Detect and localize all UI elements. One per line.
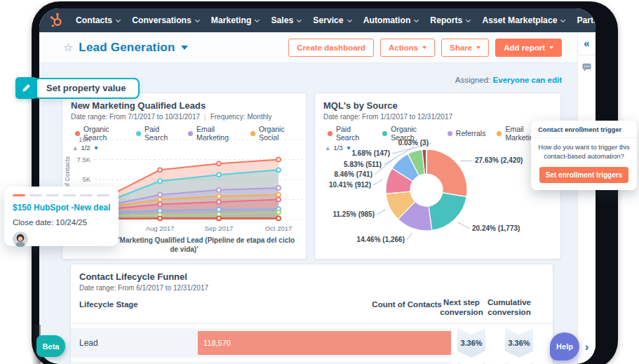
- actions-chevron-icon: [422, 46, 426, 49]
- add-report-label: Add report: [504, 43, 545, 52]
- nav-menu: ContactsConversationsMarketingSalesServi…: [76, 15, 596, 25]
- add-report-chevron-icon: [549, 46, 553, 49]
- beta-badge: Beta: [36, 335, 65, 357]
- strip-divider: [578, 55, 596, 55]
- legend-dot-icon: [136, 131, 141, 136]
- report-date-range: Date range: From 6/1/2017 to 12/31/2017: [71, 282, 553, 292]
- report-date-range: Date range: From 1/1/2017 to 12/31/2017: [315, 111, 560, 121]
- popup-body-text: How do you want to trigger this contact-…: [531, 138, 637, 161]
- stage-dash: [80, 194, 93, 196]
- deal-stage-progress: [13, 194, 110, 196]
- stage-label: Lead: [71, 338, 98, 348]
- comments-icon[interactable]: [581, 62, 592, 72]
- nav-chevron-down-icon: [297, 18, 302, 22]
- dashboard-header: ☆ Lead Generation Create dashboard Actio…: [39, 32, 577, 63]
- date-range-text: Date range: From 6/1/2017 to 12/31/2017: [79, 284, 208, 292]
- stage-dash: [63, 194, 76, 196]
- assigned-permission-link[interactable]: Everyone can edit: [493, 76, 562, 84]
- nav-item-service[interactable]: Service: [313, 15, 351, 25]
- actions-button[interactable]: Actions: [380, 39, 435, 57]
- assigned-row: Assigned: Everyone can edit: [455, 76, 562, 84]
- nav-item-conversations[interactable]: Conversations: [132, 15, 199, 25]
- nav-chevron-down-icon: [195, 18, 200, 22]
- report-card-lifecycle-funnel: Contact Lifecycle Funnel Date range: Fro…: [70, 264, 553, 364]
- column-count-of-contacts: Count of Contacts: [344, 297, 442, 309]
- help-button[interactable]: Help: [550, 332, 579, 360]
- svg-text:27.63% (2,420): 27.63% (2,420): [475, 156, 523, 164]
- svg-text:5K: 5K: [82, 175, 90, 183]
- nav-item-sales[interactable]: Sales: [271, 15, 301, 25]
- dashboard-title-chevron-icon[interactable]: [181, 46, 188, 50]
- legend-dot-icon: [188, 131, 193, 136]
- legend-dot-icon: [75, 131, 80, 136]
- svg-text:0.03% (3): 0.03% (3): [398, 139, 429, 147]
- share-label: Share: [450, 43, 472, 52]
- top-nav: ContactsConversationsMarketingSalesServi…: [39, 8, 596, 32]
- report-title: MQL's by Source: [315, 93, 560, 111]
- create-dashboard-button[interactable]: Create dashboard: [288, 39, 374, 57]
- deal-tooltip-card[interactable]: $150 HubSpot -New deal Close date: 10/24…: [4, 187, 119, 246]
- column-lifecycle-stage: Lifecycle Stage: [71, 297, 344, 309]
- set-enrollment-triggers-button[interactable]: Set enrollment triggers: [539, 167, 628, 183]
- collapse-panel-icon[interactable]: «: [584, 38, 589, 48]
- app-screen: ContactsConversationsMarketingSalesServi…: [39, 8, 596, 364]
- svg-text:Aug 2017: Aug 2017: [146, 224, 175, 232]
- hubspot-logo-icon[interactable]: [49, 11, 66, 29]
- nav-item-asset-marketplace[interactable]: Asset Marketplace: [482, 15, 565, 25]
- funnel-row-lead[interactable]: Lead 118,570 3.36% 3.36%: [71, 328, 553, 358]
- share-chevron-icon: [476, 46, 480, 49]
- contact-enrollment-trigger-popup: Contact enrollment trigger How do you wa…: [531, 121, 637, 190]
- svg-text:11.25% (985): 11.25% (985): [333, 210, 375, 218]
- svg-text:10.41% (912): 10.41% (912): [329, 181, 371, 189]
- nav-chevron-down-icon: [414, 18, 419, 22]
- share-button[interactable]: Share: [441, 39, 489, 57]
- nav-chevron-down-icon: [347, 18, 352, 22]
- frequency-text: Frequency: Monthly: [210, 113, 272, 121]
- nav-item-partner[interactable]: Partner: [577, 15, 596, 25]
- column-cumulative-conversion: Cumulative conversion: [487, 297, 532, 318]
- nav-item-marketing[interactable]: Marketing: [211, 15, 260, 25]
- nav-item-reports[interactable]: Reports: [430, 15, 470, 25]
- add-report-button[interactable]: Add report: [495, 39, 562, 57]
- funnel-bar: 118,570: [198, 331, 451, 355]
- set-property-value-callout[interactable]: Set property value: [15, 77, 140, 99]
- nav-chevron-down-icon: [255, 18, 260, 22]
- svg-text:14.46% (1,266): 14.46% (1,266): [357, 236, 405, 243]
- deal-close-date: Close date: 10/24/25: [13, 218, 110, 227]
- stage-dash: [46, 194, 59, 196]
- cumulative-conversion-badge: 3.36%: [505, 328, 533, 358]
- svg-text:8.46% (741): 8.46% (741): [335, 170, 372, 178]
- favorite-star-icon[interactable]: ☆: [63, 41, 73, 54]
- create-dashboard-label: Create dashboard: [297, 43, 365, 52]
- donut-chart: 27.63% (2,420)20.24% (1,773)14.46% (1,26…: [315, 134, 562, 259]
- nav-item-contacts[interactable]: Contacts: [76, 15, 120, 25]
- nav-chevron-down-icon: [466, 18, 471, 22]
- report-title: Contact Lifecycle Funnel: [71, 264, 553, 282]
- nav-item-automation[interactable]: Automation: [363, 15, 419, 25]
- actions-label: Actions: [389, 43, 418, 52]
- deal-owner-avatar: [13, 231, 28, 247]
- nav-chevron-down-icon: [560, 18, 565, 22]
- tablet-frame: ContactsConversationsMarketingSalesServi…: [32, 1, 618, 364]
- date-range-text: Date range: From 1/1/2017 to 12/31/2017: [323, 113, 452, 121]
- page: ContactsConversationsMarketingSalesServi…: [0, 0, 639, 364]
- funnel-row-track: Lead 118,570: [71, 328, 452, 358]
- funnel-table-header: Lifecycle Stage Count of Contacts Next s…: [71, 297, 553, 324]
- report-date-range: Date range: From 7/1/2017 to 10/31/2017|…: [62, 111, 306, 121]
- svg-text:Sep 2017: Sep 2017: [205, 224, 234, 232]
- next-panel-chevron-icon[interactable]: ›: [585, 341, 589, 353]
- svg-text:1.68% (147): 1.68% (147): [352, 149, 390, 157]
- svg-text:10K: 10K: [79, 137, 91, 143]
- stage-dash: [97, 194, 109, 196]
- svg-text:Oct 2017: Oct 2017: [265, 224, 292, 232]
- stage-dash: [29, 194, 42, 196]
- popup-title: Contact enrollment trigger: [531, 121, 637, 138]
- next-step-conversion-badge: 3.36%: [457, 328, 485, 358]
- stage-dash-active: [13, 194, 25, 196]
- svg-text:7.5K: 7.5K: [76, 156, 90, 163]
- pencil-edit-icon: [15, 77, 37, 99]
- deal-title-link[interactable]: $150 HubSpot -New deal: [13, 203, 110, 213]
- svg-text:5.83% (511): 5.83% (511): [344, 161, 382, 168]
- header-actions: Create dashboard Actions Share Add repor…: [288, 39, 562, 57]
- callout-label: Set property value: [34, 78, 140, 99]
